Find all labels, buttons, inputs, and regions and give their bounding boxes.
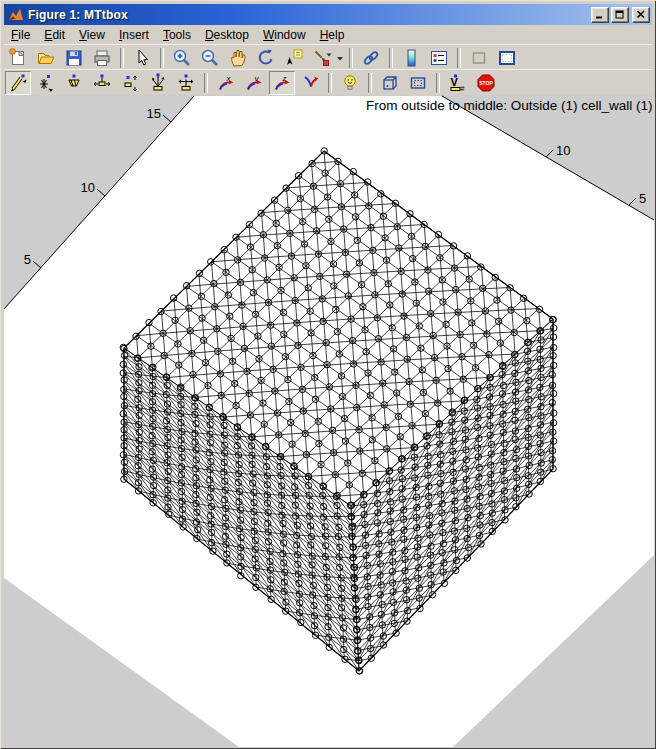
open-folder-icon	[36, 48, 56, 68]
tool-fountain-icon	[148, 73, 168, 93]
data-cursor-icon	[284, 48, 304, 68]
tool-tee-button[interactable]	[173, 71, 199, 95]
title-annotation: From outside to middle: Outside (1) cell…	[366, 98, 654, 113]
pointer-button[interactable]	[129, 46, 155, 70]
maximize-button[interactable]	[611, 7, 629, 23]
print-icon	[92, 48, 112, 68]
insert-colorbar-icon	[401, 48, 421, 68]
zoom-in-button[interactable]	[169, 46, 195, 70]
y-tick-label: 10	[556, 143, 570, 158]
dock-figure-button[interactable]	[494, 46, 520, 70]
tool-tee-icon	[176, 73, 196, 93]
brush-icon	[312, 48, 332, 68]
insert-colorbar-button[interactable]	[398, 46, 424, 70]
close-button[interactable]	[632, 7, 650, 23]
minimize-button[interactable]	[591, 7, 609, 23]
rotate-y-icon: y	[244, 73, 264, 93]
x-tick-label: 5	[24, 252, 31, 267]
rotate-x-button[interactable]: x	[213, 71, 239, 95]
mttbox-toolbar: xyzV#STOP	[4, 69, 652, 97]
menu-tools[interactable]: Tools	[156, 26, 198, 44]
dock-figure-icon	[497, 48, 517, 68]
insert-legend-button[interactable]	[426, 46, 452, 70]
new-document-icon	[8, 48, 28, 68]
toolbar-separator	[120, 48, 124, 68]
light-bulb-icon	[340, 73, 360, 93]
rotate-3d-button[interactable]	[253, 46, 279, 70]
tool-needle-button[interactable]	[5, 71, 31, 95]
tool-spread-h-icon	[92, 73, 112, 93]
minimize-icon	[595, 10, 605, 19]
menu-window[interactable]: Window	[256, 26, 313, 44]
tool-needle-icon	[8, 73, 28, 93]
data-cursor-button[interactable]	[281, 46, 307, 70]
x-tick-label: 10	[81, 180, 95, 195]
toolbar-separator	[204, 73, 208, 93]
stop-sign-button[interactable]: STOP	[473, 71, 499, 95]
toolbar-separator	[328, 73, 332, 93]
menu-help[interactable]: Help	[313, 26, 352, 44]
tool-spread-v-icon	[120, 73, 140, 93]
zoom-out-button[interactable]	[197, 46, 223, 70]
pointer-icon	[132, 48, 152, 68]
tool-spread-v-button[interactable]	[117, 71, 143, 95]
flat-box-icon	[408, 73, 428, 93]
toolbar-separator	[349, 48, 353, 68]
tool-star-button[interactable]	[33, 71, 59, 95]
title-bar[interactable]: Figure 1: MTtbox	[4, 4, 652, 25]
rotate-z-icon: z	[272, 73, 292, 93]
toolbar-separator	[389, 48, 393, 68]
menu-view[interactable]: View	[72, 26, 112, 44]
tool-funnel-icon	[64, 73, 84, 93]
svg-text:#: #	[461, 85, 465, 92]
y-tick-label: 5	[639, 191, 646, 206]
maximize-icon	[615, 10, 625, 19]
toolbar-separator	[160, 48, 164, 68]
toolbar-separator	[436, 73, 440, 93]
open-folder-button[interactable]	[33, 46, 59, 70]
pan-hand-button[interactable]	[225, 46, 251, 70]
menu-desktop[interactable]: Desktop	[198, 26, 256, 44]
save-icon	[64, 48, 84, 68]
new-document-button[interactable]	[5, 46, 31, 70]
hide-plot-tools-icon	[469, 48, 489, 68]
insert-legend-icon	[429, 48, 449, 68]
link-plots-icon	[361, 48, 381, 68]
rotate-x-icon: x	[216, 73, 236, 93]
menu-file[interactable]: File	[4, 26, 37, 44]
toolbar-separator	[368, 73, 372, 93]
light-bulb-button[interactable]	[337, 71, 363, 95]
print-button[interactable]	[89, 46, 115, 70]
pan-hand-icon	[228, 48, 248, 68]
brush-button[interactable]	[309, 46, 335, 70]
link-plots-button[interactable]	[358, 46, 384, 70]
matlab-icon	[8, 7, 24, 23]
tool-fountain-button[interactable]	[145, 71, 171, 95]
cube-3d-button[interactable]	[377, 71, 403, 95]
rotate-y-button[interactable]: y	[241, 71, 267, 95]
stop-sign-icon: STOP	[476, 73, 496, 93]
cube-3d-icon	[380, 73, 400, 93]
toolbar-separator	[457, 48, 461, 68]
flat-box-button[interactable]	[405, 71, 431, 95]
hide-plot-tools-button	[466, 46, 492, 70]
rotate-free-button[interactable]	[297, 71, 323, 95]
menu-insert[interactable]: Insert	[112, 26, 156, 44]
tool-funnel-button[interactable]	[61, 71, 87, 95]
x-tick-label: 15	[147, 106, 161, 121]
figure-canvas[interactable]: 15105105 From outside to middle: Outside…	[4, 95, 654, 747]
close-icon	[636, 10, 646, 19]
tool-vhash-button[interactable]: V#	[445, 71, 471, 95]
rotate-free-icon	[300, 73, 320, 93]
rotate-z-button[interactable]: z	[269, 71, 295, 95]
zoom-out-icon	[200, 48, 220, 68]
axes-3d[interactable]: 15105105 From outside to middle: Outside…	[4, 95, 654, 747]
dropdown-caret-icon[interactable]	[336, 47, 345, 69]
tool-spread-h-button[interactable]	[89, 71, 115, 95]
figure-toolbar	[4, 44, 652, 70]
zoom-in-icon	[172, 48, 192, 68]
tool-star-icon	[36, 73, 56, 93]
rotate-3d-icon	[256, 48, 276, 68]
save-button[interactable]	[61, 46, 87, 70]
menu-edit[interactable]: Edit	[37, 26, 72, 44]
